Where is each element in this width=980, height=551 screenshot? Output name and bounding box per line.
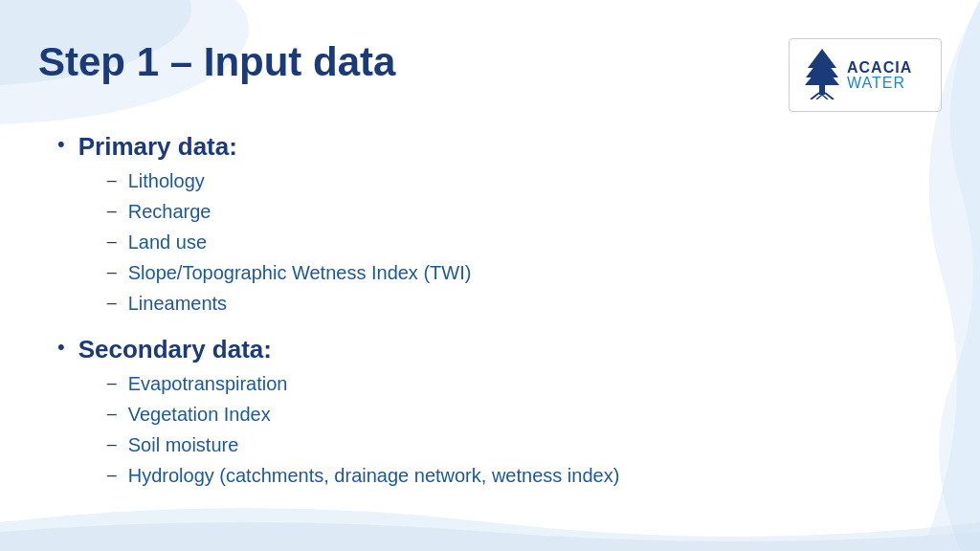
list-item: – Hydrology (catchments, drainage networ…	[78, 462, 620, 489]
primary-label: Primary data:	[78, 131, 472, 164]
bullet-dot-primary: •	[57, 131, 65, 159]
dash-icon: –	[107, 293, 117, 313]
list-item: – Lineaments	[78, 290, 472, 317]
content-area: • Primary data: – Lithology – Recharge	[0, 121, 980, 525]
page-title: Step 1 – Input data	[38, 29, 395, 86]
list-item: – Land use	[78, 229, 472, 255]
dash-icon: –	[107, 231, 117, 252]
sub-item-text: Land use	[128, 229, 207, 255]
header: Step 1 – Input data A	[0, 0, 980, 121]
primary-sub-list: – Lithology – Recharge – Land use –	[78, 167, 472, 317]
dash-icon: –	[107, 465, 117, 485]
bullet-dot-secondary: •	[57, 334, 65, 362]
secondary-section: Secondary data: – Evapotranspiration – V…	[78, 334, 620, 493]
sub-item-text: Hydrology (catchments, drainage network,…	[128, 462, 620, 489]
dash-icon: –	[107, 201, 117, 221]
sub-item-text: Lithology	[128, 167, 205, 194]
list-item: – Lithology	[78, 167, 472, 194]
logo-water-text: WATER	[847, 76, 912, 91]
list-item-secondary: • Secondary data: – Evapotranspiration –…	[57, 334, 923, 493]
dash-icon: –	[107, 404, 117, 424]
list-item: – Evapotranspiration	[78, 370, 620, 397]
sub-item-text: Evapotranspiration	[128, 370, 288, 397]
primary-section: Primary data: – Lithology – Recharge – L	[78, 131, 472, 320]
secondary-sub-list: – Evapotranspiration – Vegetation Index …	[78, 370, 620, 489]
secondary-label: Secondary data:	[78, 334, 620, 366]
sub-item-text: Lineaments	[128, 290, 227, 317]
dash-icon: –	[107, 373, 117, 393]
list-item: – Slope/Topographic Wetness Index (TWI)	[78, 259, 472, 286]
sub-item-text: Recharge	[128, 198, 212, 225]
sub-item-text: Slope/Topographic Wetness Index (TWI)	[128, 259, 472, 286]
logo-tree-icon	[803, 47, 841, 103]
list-item: – Soil moisture	[78, 431, 620, 458]
logo-acacia-text: ACACIA	[847, 60, 912, 76]
list-item: – Recharge	[78, 198, 472, 225]
sub-item-text: Vegetation Index	[128, 401, 271, 428]
dash-icon: –	[107, 262, 117, 282]
dash-icon: –	[107, 170, 117, 190]
dash-icon: –	[107, 434, 117, 454]
logo: ACACIA WATER	[789, 38, 942, 112]
logo-text: ACACIA WATER	[847, 60, 912, 91]
list-item-primary: • Primary data: – Lithology – Recharge	[57, 131, 923, 320]
main-list: • Primary data: – Lithology – Recharge	[57, 131, 923, 493]
sub-item-text: Soil moisture	[128, 431, 239, 458]
slide: Step 1 – Input data A	[0, 0, 980, 551]
list-item: – Vegetation Index	[78, 401, 620, 428]
